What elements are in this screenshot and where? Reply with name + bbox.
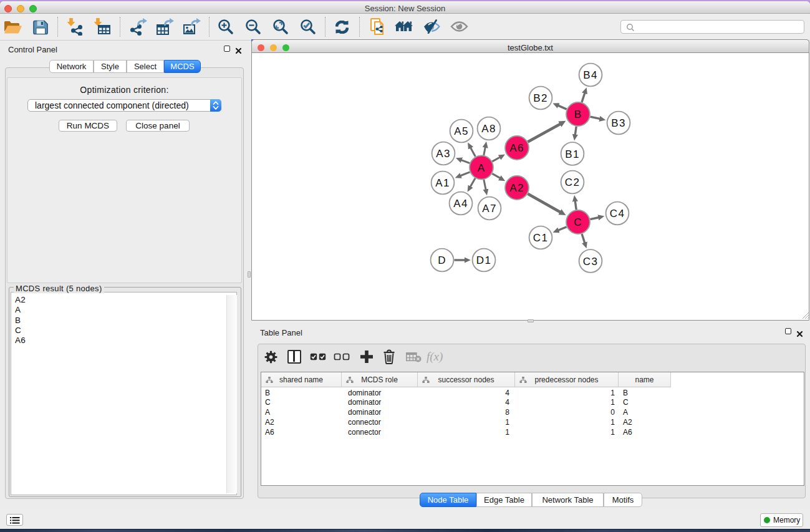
svg-text:A: A xyxy=(478,162,486,174)
svg-text:B2: B2 xyxy=(533,92,548,104)
svg-text:C4: C4 xyxy=(610,208,625,220)
svg-text:A2: A2 xyxy=(509,182,524,194)
svg-text:A1: A1 xyxy=(435,177,450,189)
svg-text:D1: D1 xyxy=(476,254,492,266)
svg-text:B: B xyxy=(574,109,582,120)
svg-text:C: C xyxy=(574,216,582,228)
svg-text:C3: C3 xyxy=(583,256,599,268)
svg-text:B4: B4 xyxy=(583,69,598,81)
svg-text:B3: B3 xyxy=(611,117,626,129)
svg-text:A8: A8 xyxy=(481,123,496,135)
svg-text:A5: A5 xyxy=(454,125,469,137)
svg-text:B1: B1 xyxy=(565,148,580,160)
svg-text:C2: C2 xyxy=(565,177,581,188)
svg-text:D: D xyxy=(438,254,446,266)
svg-text:A3: A3 xyxy=(436,148,451,160)
svg-text:C1: C1 xyxy=(533,232,549,244)
svg-text:A4: A4 xyxy=(453,198,468,210)
svg-text:A6: A6 xyxy=(509,142,524,154)
svg-text:A7: A7 xyxy=(482,203,497,215)
